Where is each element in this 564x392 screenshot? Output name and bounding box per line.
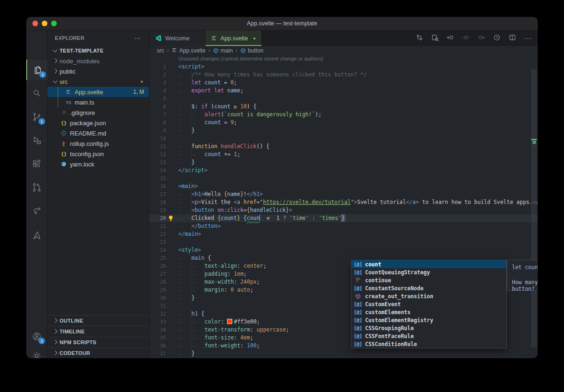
more-actions-icon[interactable]: ⋯ [524, 34, 531, 43]
tree-item-tsconfig-json[interactable]: {}tsconfig.json [47, 149, 149, 159]
code-line-11[interactable]: 11→function handleClick() { [149, 143, 538, 151]
tree-item-main-ts[interactable]: TSmain.ts [47, 97, 149, 107]
code-line-10[interactable]: 10 [149, 135, 538, 143]
suggest-item-customelementregistry[interactable]: [@]CustomElementRegistry [351, 316, 506, 324]
suggest-item-cssfontfacerule[interactable]: [@]CSSFontFaceRule [351, 332, 506, 340]
code-line-5[interactable]: 5 [149, 95, 538, 103]
title-bar[interactable]: App.svelte — test-template [26, 17, 538, 30]
editor-scrollbar[interactable] [531, 69, 537, 347]
breadcrumb-src[interactable]: src [157, 47, 164, 54]
code-line-37[interactable]: 37→} [149, 350, 538, 358]
suggest-item-countqueuingstrategy[interactable]: [@]CountQueuingStrategy [351, 268, 506, 276]
accounts-button[interactable]: 1 [26, 326, 47, 347]
panel-header-npm-scripts[interactable]: NPM SCRIPTS [47, 337, 149, 347]
breadcrumb-main[interactable]: main [213, 47, 233, 54]
code-line-6[interactable]: 6→$: if (count ≥ 10) { [149, 103, 538, 111]
breadcrumb-button[interactable]: button [240, 47, 263, 54]
tab-app-svelte[interactable]: App.svelte ● [206, 30, 262, 46]
tree-item-src[interactable]: src● [47, 76, 149, 87]
token: 100 [247, 342, 257, 349]
token: < [234, 199, 237, 205]
settings-button[interactable] [26, 346, 47, 358]
code-line-18[interactable]: 18→<p>Visit the <a href="https://svelte.… [149, 198, 538, 206]
tree-item-rollup-config-js[interactable]: rollup.config.js [47, 138, 149, 149]
code-line-1[interactable]: 1<script> [149, 63, 538, 71]
activity-pull-requests-button[interactable] [26, 177, 47, 197]
tree-section-header[interactable]: TEST-TEMPLATE [47, 45, 149, 56]
panel-header-codetour[interactable]: CODETOUR [47, 347, 149, 358]
code-line-16[interactable]: 16<main> [149, 182, 538, 190]
code-line-19[interactable]: 19→<button on:click={handleClick}> [149, 206, 538, 214]
code-line-4[interactable]: 4→export let name; [149, 87, 538, 95]
line-margin [166, 79, 178, 87]
suggest-label: CustomEvent [365, 301, 401, 308]
activity-search-button[interactable] [26, 83, 47, 104]
panel-header-timeline[interactable]: TIMELINE [47, 326, 149, 337]
explorer-more-actions-icon[interactable]: ⋯ [135, 30, 141, 45]
activity-azure-button[interactable] [26, 225, 47, 245]
code-line-15[interactable]: 15 [149, 174, 538, 182]
unsaved-dot-icon[interactable]: ● [253, 36, 256, 41]
code-line-3[interactable]: 3→let count = 0; [149, 79, 538, 87]
code-line-20[interactable]: 20→Clicked {count} {coun ≡ 1 ? 'time' : … [149, 214, 538, 222]
suggest-label: CSSFontFaceRule [365, 333, 414, 339]
tree-item-node-modules[interactable]: node_modules [47, 56, 149, 66]
token: : [195, 103, 201, 110]
yarn-file-icon [60, 161, 68, 167]
code-line-7[interactable]: 7→→alert(`count is dangerously high!`); [149, 111, 538, 119]
code-line-8[interactable]: 8→→count = 9; [149, 119, 538, 127]
nav-forward-icon[interactable] [478, 34, 485, 43]
code-line-14[interactable]: 14</script> [149, 166, 538, 174]
code-line-22[interactable]: 22</main> [149, 230, 538, 238]
tree-item-package-json[interactable]: {}package.json [47, 118, 149, 128]
code-editor[interactable]: Unsaved changes (cannot determine recent… [149, 55, 538, 358]
line-margin [166, 302, 178, 310]
whitespace-tab: → [178, 151, 191, 158]
tree-item-app-svelte[interactable]: App.svelte1, M [47, 87, 149, 97]
activity-run-debug-button[interactable] [26, 130, 47, 151]
nav-current-icon[interactable] [462, 34, 470, 43]
tab-welcome[interactable]: Welcome [149, 30, 206, 46]
line-margin [166, 326, 178, 334]
open-preview-icon[interactable] [431, 34, 439, 43]
extensions-icon [31, 158, 42, 169]
token: ; [286, 326, 289, 333]
code-line-12[interactable]: 12→→count += 1; [149, 151, 538, 158]
open-changes-icon[interactable] [416, 34, 423, 43]
suggest-item-cssgroupingrule[interactable]: [@]CSSGroupingRule [351, 324, 506, 332]
code-line-2[interactable]: 2→/** How many times has someone clicked… [149, 71, 538, 79]
json-file-icon: {} [60, 120, 68, 126]
suggest-item-create_out_transition[interactable]: create_out_transition [351, 292, 506, 300]
run-history-icon[interactable] [493, 34, 501, 43]
activity-live-share-button[interactable] [26, 200, 47, 221]
code-line-13[interactable]: 13→} [149, 158, 538, 166]
activity-source-control-button[interactable]: 1 [26, 106, 47, 127]
activity-extensions-button[interactable] [26, 153, 47, 174]
breadcrumb-app-svelte[interactable]: App.svelte [172, 47, 206, 54]
panel-header-outline[interactable]: OUTLINE [47, 315, 149, 326]
suggest-item-customelements[interactable]: [@]customElements [351, 308, 506, 316]
suggest-item-constantsourcenode[interactable]: [@]ConstantSourceNode [351, 284, 506, 292]
split-editor-icon[interactable] [509, 34, 516, 43]
code-line-21[interactable]: 21→</button> [149, 222, 538, 230]
tree-item-yarn-lock[interactable]: yarn.lock [47, 159, 149, 169]
suggest-item-continue[interactable]: continue [351, 276, 506, 284]
code-line-24[interactable]: 24<style> [149, 246, 538, 254]
code-text [178, 238, 538, 246]
suggest-item-customevent[interactable]: [@]CustomEvent [351, 300, 506, 308]
nav-back-icon[interactable] [447, 34, 454, 43]
tree-item--gitignore[interactable]: .gitignore [47, 107, 149, 118]
activity-explorer-button[interactable]: 1 [26, 60, 48, 80]
color-swatch[interactable] [227, 319, 232, 324]
code-line-9[interactable]: 9→} [149, 127, 538, 135]
suggest-item-count[interactable]: [@]count [351, 260, 506, 268]
token: : [227, 271, 234, 277]
line-margin [166, 158, 178, 166]
tree-item-public[interactable]: public [47, 66, 149, 76]
code-line-17[interactable]: 17→<h1>Hello {name}!</h1> [149, 190, 538, 198]
line-number: 5 [149, 95, 166, 103]
suggest-item-cssconditionrule[interactable]: [@]CSSConditionRule [351, 340, 506, 348]
tree-item-readme-md[interactable]: README.md [47, 128, 149, 138]
whitespace-tab: → [191, 278, 205, 286]
code-line-23[interactable]: 23 [149, 238, 538, 246]
